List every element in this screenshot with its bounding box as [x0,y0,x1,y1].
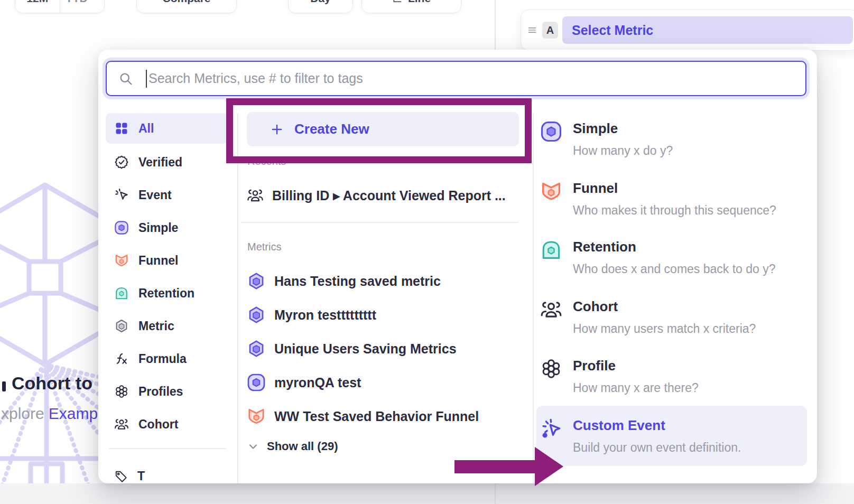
section-divider [241,222,519,223]
sidebar-item-all[interactable]: All [106,113,228,144]
sidebar-item-formula[interactable]: Formula [106,342,228,375]
chart-type-line-button[interactable]: Line [361,0,461,13]
custom-event-icon [540,417,562,440]
metric-badge-purple-icon [247,339,266,358]
metric-badge-purple-icon [247,305,266,324]
sidebar-item-verified[interactable]: Verified [106,146,228,179]
profiles-flower-icon [114,384,129,399]
custom-event-row: Custom Event Build your own event defini… [540,417,805,455]
metric-row-card: A Select Metric [521,10,854,51]
compare-button[interactable]: Compare [136,0,237,13]
type-item-cohort[interactable]: Cohort How many users match x criteria? [540,298,805,336]
type-item-simple[interactable]: Simple How many x do y? [540,120,805,158]
cohort-people-icon [540,298,562,321]
search-input[interactable] [147,62,805,95]
date-range-segmented-control: 12M YTD [15,0,105,13]
drag-handle-icon[interactable] [526,24,538,36]
select-metric-button[interactable]: Select Metric [562,16,853,44]
saved-metric-item[interactable]: Myron testtttttttt [247,301,376,329]
column-divider [533,113,534,483]
type-item-profile[interactable]: Profile How many x are there? [540,358,805,395]
type-item-retention[interactable]: Retention Who does x and comes back to d… [540,239,805,276]
simple-icon [540,120,562,143]
metrics-heading: Metrics [247,241,281,253]
sidebar-item-event[interactable]: Event [106,179,228,211]
granularity-day-button[interactable]: Day [288,0,353,13]
funnel-icon [114,253,129,268]
profiles-flower-icon [540,358,562,380]
metric-picker-modal: All Verified Event Simple Funnel Retenti… [98,50,817,483]
column-divider [237,113,238,483]
verified-badge-icon [114,155,129,170]
metric-row-letter-badge: A [542,22,558,39]
formula-fx-icon [114,351,129,366]
saved-metric-item[interactable]: Hans Testing saved metric [247,267,441,295]
line-chart-icon [392,0,403,4]
create-new-button[interactable]: Create New [247,112,519,146]
sidebar-item-simple[interactable]: Simple [106,211,228,244]
plus-icon [270,123,284,136]
sidebar-item-funnel[interactable]: Funnel [106,244,228,277]
cohort-people-icon [247,187,264,204]
sidebar-item-retention[interactable]: Retention [106,277,228,310]
simple-icon [247,373,266,392]
recent-item[interactable]: Billing ID ▸ Account Viewed Report ... [247,184,506,207]
sidebar-item-cohort[interactable]: Cohort [106,408,228,441]
tag-icon [114,470,128,483]
event-cursor-icon [114,188,129,202]
chevron-down-icon [90,0,99,3]
panel-divider-top [495,0,496,50]
saved-metric-item[interactable]: myronQA test [247,369,361,396]
metric-hexagon-icon [114,319,129,333]
filter-sidebar: All Verified Event Simple Funnel Retenti… [106,113,228,454]
app-window: Cohort to ge xploreExample 12M YTD Compa… [0,0,854,504]
search-icon [118,71,133,86]
sidebar-divider [109,448,226,449]
funnel-icon [247,407,266,426]
retention-icon [540,239,562,261]
saved-metric-item[interactable]: WW Test Saved Behavior Funnel [247,403,479,430]
simple-icon [114,220,129,235]
chevron-down-icon [247,440,259,453]
type-item-funnel[interactable]: Funnel Who makes it through this sequenc… [540,180,805,218]
sidebar-item-tags-clipped[interactable]: T [114,469,145,483]
sidebar-item-profiles[interactable]: Profiles [106,375,228,408]
recents-heading: Recents [247,155,286,167]
clipped-letter-fragment [2,381,6,391]
search-box [106,61,806,96]
sidebar-item-metric[interactable]: Metric [106,310,228,342]
funnel-icon [540,180,562,202]
cohort-people-icon [114,417,129,432]
panel-divider-bottom [495,483,496,504]
page-bottom-strip [0,483,854,504]
grid-icon [114,121,129,136]
saved-metric-item[interactable]: Unique Users Saving Metrics [247,335,457,362]
metric-badge-purple-icon [247,272,266,291]
range-12m-button[interactable]: 12M [15,0,60,13]
retention-icon [114,286,129,301]
show-all-button[interactable]: Show all (29) [247,440,338,453]
explore-prefix: xplore [1,405,44,422]
range-ytd-button[interactable]: YTD [60,0,105,13]
type-item-custom-event[interactable]: Custom Event Build your own event defini… [536,406,807,466]
